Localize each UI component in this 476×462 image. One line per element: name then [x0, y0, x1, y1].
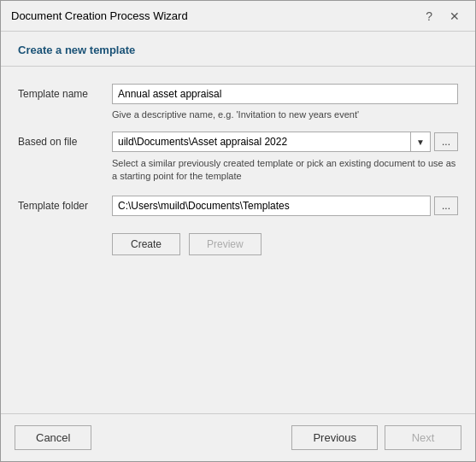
dialog: Document Creation Process Wizard ? ✕ Cre… — [0, 0, 476, 462]
template-folder-input[interactable] — [112, 196, 431, 216]
template-folder-field: ... — [112, 196, 458, 216]
cancel-button[interactable]: Cancel — [15, 425, 91, 450]
content-body: Template name Give a descriptive name, e… — [1, 67, 475, 413]
template-folder-browse-button[interactable]: ... — [434, 196, 458, 215]
based-on-file-hint: Select a similar previously created temp… — [112, 157, 458, 184]
based-on-file-input[interactable] — [113, 132, 410, 151]
preview-button[interactable]: Preview — [189, 233, 262, 255]
close-button[interactable]: ✕ — [444, 9, 465, 24]
template-name-label: Template name — [18, 84, 112, 100]
previous-button[interactable]: Previous — [291, 425, 378, 450]
template-name-row: Template name — [18, 84, 458, 104]
based-on-file-label: Based on file — [18, 132, 112, 148]
based-on-file-input-group: ▼ ... — [112, 132, 458, 152]
help-button[interactable]: ? — [420, 9, 438, 24]
create-button[interactable]: Create — [112, 233, 180, 255]
based-on-file-browse-button[interactable]: ... — [434, 132, 458, 151]
combo-arrow-icon[interactable]: ▼ — [410, 132, 430, 151]
title-bar: Document Creation Process Wizard ? ✕ — [1, 1, 475, 32]
template-folder-input-group: ... — [112, 196, 458, 216]
based-on-file-combo[interactable]: ▼ — [112, 132, 431, 152]
based-on-file-row: Based on file ▼ ... — [18, 132, 458, 152]
based-on-file-field: ▼ ... — [112, 132, 458, 152]
template-folder-row: Template folder ... — [18, 196, 458, 216]
title-bar-controls: ? ✕ — [420, 9, 465, 24]
content-header: Create a new template — [1, 32, 475, 67]
template-name-hint: Give a descriptive name, e.g. 'Invitatio… — [112, 109, 458, 120]
next-button[interactable]: Next — [385, 425, 461, 450]
section-title: Create a new template — [18, 44, 135, 56]
footer-right: Previous Next — [291, 425, 461, 450]
dialog-title: Document Creation Process Wizard — [11, 9, 188, 22]
action-buttons: Create Preview — [112, 233, 458, 255]
template-name-input[interactable] — [112, 84, 458, 104]
template-folder-label: Template folder — [18, 196, 112, 212]
footer: Cancel Previous Next — [1, 413, 475, 461]
template-name-field — [112, 84, 458, 104]
footer-left: Cancel — [15, 425, 91, 450]
